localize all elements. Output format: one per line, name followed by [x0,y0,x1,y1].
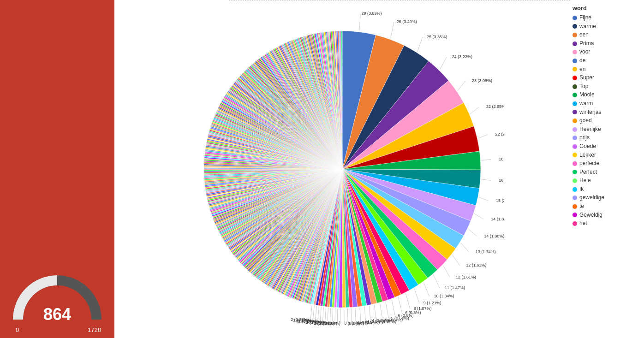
legend-label: Perfect [579,169,597,176]
legend-item: Geweldig [572,212,639,219]
legend-item: de [572,57,639,65]
legend-dot [572,76,577,80]
pie-label: 25 (3.35%) [427,34,447,39]
legend-label: Lekker [579,152,596,159]
left-panel: 864 0 1728 [0,0,114,338]
legend-item: Goede [572,143,639,150]
legend-dot [572,187,577,192]
legend-item: winterjas [572,109,639,116]
pie-chart: 29 (3.89%)26 (3.49%)25 (3.35%)24 (3.22%)… [181,8,504,331]
pie-label-line [398,296,402,313]
legend-item: warme [572,23,639,30]
legend-item: goed [572,117,639,125]
legend-dot [572,42,577,46]
legend: word FijnewarmeeenPrimavoordeenSuperTopM… [570,0,644,338]
legend-label: de [579,57,585,65]
legend-label: geweldige [579,194,604,202]
legend-item: geweldige [572,194,639,202]
gauge-container: 864 0 1728 [11,273,103,324]
gauge-value: 864 [43,305,71,324]
legend-label: warme [579,23,596,30]
legend-item: Hele [572,177,639,184]
pie-label: 9 (1.21%) [423,301,441,305]
legend-label: Geweldig [579,212,602,219]
legend-dot [572,101,577,106]
pie-label-line [423,282,429,296]
legend-label: voor [579,48,590,56]
legend-dot [572,170,577,174]
pie-label-line [481,159,491,160]
legend-item: Perfect [572,169,639,176]
gauge-min: 0 [16,326,19,333]
pie-label: 12 (1.61%) [456,275,476,279]
pie-label: 29 (3.89%) [361,11,382,15]
legend-item: en [572,66,639,73]
legend-item: een [572,31,639,39]
legend-dot [572,127,577,132]
legend-label: Goede [579,143,596,150]
legend-dot [572,144,577,149]
legend-item: te [572,203,639,210]
pie-label: 23 (3.08%) [472,78,492,83]
pie-label-line [481,179,491,180]
pie-label: 26 (3.49%) [397,19,417,24]
pie-label-line [359,13,361,31]
legend-dot [572,59,577,63]
legend-item: Lekker [572,152,639,159]
legend-dot [572,196,577,200]
chart-area: 29 (3.89%)26 (3.49%)25 (3.35%)24 (3.22%)… [114,0,570,338]
legend-title: word [572,5,639,12]
pie-label: 10 (1.34%) [434,294,454,298]
legend-label: en [579,66,585,73]
legend-label: goed [579,117,592,125]
legend-item: prijs [572,134,639,142]
legend-item: perfecte [572,160,639,167]
pie-label-line [458,81,465,90]
legend-label: perfecte [579,160,599,167]
pie-label: 11 (1.47%) [445,285,465,290]
legend-label: Super [579,74,594,82]
pie-label: 12 (1.61%) [466,263,486,267]
pie-label: 24 (3.22%) [452,54,472,59]
pie-label-line [369,306,370,320]
pie-label: 2 (0.27%) [291,317,309,322]
legend-dot [572,213,577,217]
pie-label-line [468,229,477,236]
legend-item: voor [572,48,639,56]
pie-label: 22 (2.95%) [495,132,504,136]
legend-label: prijs [579,134,590,142]
legend-label: Top [579,83,588,90]
pie-label-line [461,243,469,252]
legend-item: Mooie [572,91,639,99]
legend-dot [572,153,577,157]
legend-label: Heerlijke [579,126,601,133]
legend-dot [572,84,577,89]
legend-label: Ik [579,186,584,193]
legend-item: Prima [572,40,639,47]
pie-label: 16 (2.14%) [499,156,504,161]
legend-dot [572,67,577,71]
pie-label-line [380,303,383,320]
pie-label: 13 (1.74%) [476,249,496,254]
legend-label: Prima [579,40,594,47]
legend-item: het [572,220,639,227]
legend-dot [572,204,577,209]
legend-dot [572,119,577,123]
legend-items: FijnewarmeeenPrimavoordeenSuperTopMooiew… [572,14,639,229]
pie-label: 3 (0.4%) [344,321,360,326]
pie-label-line [474,213,483,219]
legend-item: warm [572,100,639,107]
legend-label: Mooie [579,91,595,99]
pie-label-line [391,22,394,39]
pie-label-line [433,274,440,288]
dashed-border [229,0,570,0]
legend-dot [572,178,577,183]
legend-dot [572,110,577,114]
legend-label: warm [579,100,593,107]
legend-label: Hele [579,177,591,184]
legend-dot [572,16,577,20]
legend-dot [572,221,577,226]
pie-label-line [417,37,423,52]
pie-label-line [478,134,488,138]
legend-dot [572,93,577,97]
